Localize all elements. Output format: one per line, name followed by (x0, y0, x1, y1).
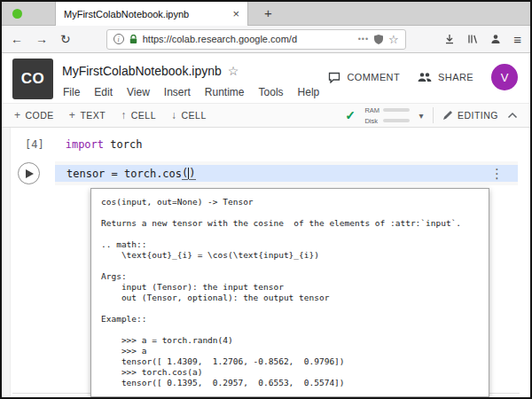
browser-tab[interactable]: MyFirstColabNotebook.ipynb × (55, 2, 248, 26)
toolbar-divider (433, 107, 434, 123)
paren-open: ( (182, 167, 188, 180)
menu-tools[interactable]: Tools (252, 84, 291, 100)
address-bar[interactable]: i https://colab.research.google.com/d ••… (106, 29, 406, 50)
ram-label: RAM (364, 106, 379, 114)
url-text[interactable]: https://colab.research.google.com/d (143, 34, 353, 44)
menu-help[interactable]: Help (291, 84, 327, 100)
code-cell-2[interactable]: tensor = torch.cos() ⋮ (11, 161, 521, 185)
comment-label: COMMENT (347, 72, 400, 82)
cell-options-kebab-icon[interactable]: ⋮ (490, 166, 504, 182)
browser-window: MyFirstColabNotebook.ipynb × + ← → ↻ i h… (0, 0, 532, 399)
cell-up-label: CELL (131, 110, 156, 121)
connected-check-icon: ✓ (345, 109, 356, 121)
reload-icon[interactable]: ↻ (60, 33, 71, 45)
move-cell-up-button[interactable]: ↑ CELL (121, 110, 156, 121)
chevron-down-icon[interactable]: ▾ (419, 111, 424, 121)
arrow-up-icon: ↑ (121, 110, 127, 121)
arrow-down-icon: ↓ (171, 110, 177, 121)
pencil-icon (442, 110, 453, 121)
editing-label: EDITING (458, 110, 498, 121)
keyword-import: import (66, 138, 104, 151)
notebook-content: [4] import torch tensor = torch.cos() ⋮ … (2, 128, 530, 397)
nav-right-icons: ≡ (444, 33, 521, 46)
notebook-title[interactable]: MyFirstColabNotebook.ipynb (62, 64, 222, 78)
ram-row: RAM (364, 106, 410, 114)
menu-bar: File Edit View Insert Runtime Tools Help (62, 82, 326, 102)
people-icon (418, 72, 432, 82)
header-actions: COMMENT SHARE V (328, 64, 518, 90)
docstring-tooltip: cos(input, out=None) -> Tensor Returns a… (90, 188, 489, 397)
window-control-icon[interactable] (12, 9, 22, 19)
cell1-code-rest: torch (104, 138, 142, 151)
title-row: MyFirstColabNotebook.ipynb ☆ (62, 59, 326, 82)
editing-mode-button[interactable]: EDITING (442, 110, 498, 121)
forward-icon[interactable]: → (35, 33, 48, 45)
bookmark-star-icon[interactable]: ☆ (388, 34, 399, 45)
menu-insert[interactable]: Insert (157, 84, 198, 100)
menu-edit[interactable]: Edit (87, 84, 120, 100)
browser-nav-bar: ← → ↻ i https://colab.research.google.co… (2, 26, 530, 53)
menu-file[interactable]: File (62, 84, 87, 100)
code-button-label: CODE (26, 110, 54, 121)
run-cell-button[interactable] (18, 162, 40, 184)
cell1-code[interactable]: import torch (66, 138, 143, 151)
tab-title: MyFirstColabNotebook.ipynb (64, 9, 225, 20)
download-icon[interactable] (444, 34, 455, 44)
account-icon[interactable] (490, 34, 501, 44)
title-and-menu: MyFirstColabNotebook.ipynb ☆ File Edit V… (62, 59, 326, 103)
move-cell-down-button[interactable]: ↓ CELL (171, 110, 207, 121)
toolbar-right: ✓ RAM Disk ▾ EDITING (345, 106, 518, 125)
hamburger-menu-icon[interactable]: ≡ (513, 33, 521, 46)
chevron-up-icon[interactable] (507, 112, 518, 119)
resource-monitor[interactable]: RAM Disk (364, 106, 410, 125)
add-code-cell-button[interactable]: + CODE (14, 110, 54, 121)
back-icon[interactable]: ← (11, 33, 23, 45)
notebook-toolbar: + CODE + TEXT ↑ CELL ↓ CELL ✓ RAM Disk (2, 103, 530, 128)
comment-icon (328, 72, 340, 83)
star-notebook-icon[interactable]: ☆ (228, 64, 239, 78)
lock-icon[interactable] (129, 35, 137, 44)
share-button[interactable]: SHARE (418, 72, 473, 82)
plus-icon: + (69, 110, 76, 121)
disk-label: Disk (364, 117, 379, 125)
left-gutter (2, 128, 11, 397)
share-label: SHARE (438, 72, 473, 82)
colab-logo[interactable]: CO (12, 59, 53, 99)
page-actions-icon[interactable]: ••• (358, 35, 369, 43)
paren-close: ) (189, 167, 195, 180)
text-button-label: TEXT (80, 110, 106, 121)
browser-tab-bar: MyFirstColabNotebook.ipynb × + (2, 2, 530, 26)
library-icon[interactable] (467, 34, 478, 44)
close-tab-icon[interactable]: × (232, 8, 239, 20)
avatar[interactable]: V (491, 64, 518, 90)
disk-usage-bar (383, 119, 410, 122)
code-cell-1[interactable]: [4] import torch (25, 138, 142, 151)
menu-view[interactable]: View (120, 84, 157, 100)
plus-icon: + (14, 110, 21, 121)
code-line[interactable]: tensor = torch.cos() (55, 165, 518, 182)
colab-header: CO MyFirstColabNotebook.ipynb ☆ File Edi… (2, 53, 530, 103)
cell-down-label: CELL (181, 110, 206, 121)
code-editor[interactable]: tensor = torch.cos() (55, 161, 518, 185)
shield-icon[interactable] (374, 35, 383, 44)
new-tab-button[interactable]: + (257, 5, 279, 20)
cell2-code: tensor = torch.cos (66, 168, 182, 180)
comment-button[interactable]: COMMENT (328, 72, 400, 83)
menu-runtime[interactable]: Runtime (198, 84, 252, 100)
play-icon (26, 169, 34, 178)
ram-usage-bar (383, 108, 410, 112)
site-info-icon[interactable]: i (113, 34, 124, 44)
execution-count: [4] (25, 138, 44, 151)
disk-row: Disk (364, 117, 410, 125)
add-text-cell-button[interactable]: + TEXT (69, 110, 106, 121)
